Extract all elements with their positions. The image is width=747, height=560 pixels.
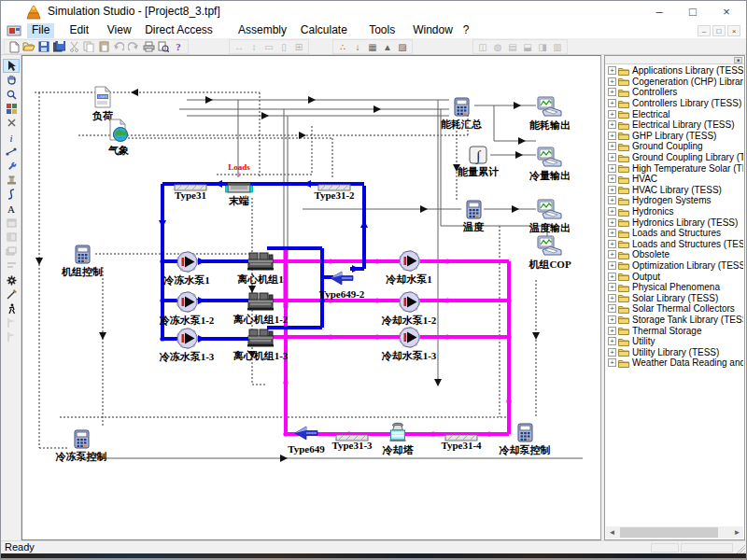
maximize-button[interactable]: □ <box>677 1 709 22</box>
print-icon[interactable] <box>141 40 156 53</box>
expand-icon[interactable]: + <box>608 337 616 345</box>
component-pump-icon[interactable] <box>176 328 198 353</box>
pan-tool-icon[interactable] <box>3 73 20 87</box>
print-preview-icon[interactable] <box>156 40 171 53</box>
new-file-icon[interactable] <box>7 40 21 53</box>
redo-icon[interactable] <box>126 40 141 53</box>
expand-icon[interactable]: + <box>608 207 616 216</box>
zoom-page-icon[interactable]: ▭ <box>261 40 276 53</box>
component-pump-icon[interactable] <box>399 327 420 352</box>
zoom-tool-icon[interactable] <box>3 88 20 102</box>
window-b-icon[interactable] <box>3 231 20 245</box>
zoom-grid-icon[interactable]: ⊞ <box>291 40 306 53</box>
expand-icon[interactable]: + <box>608 261 616 270</box>
menu-tools[interactable]: Tools <box>364 23 400 38</box>
expand-icon[interactable]: + <box>608 196 616 204</box>
expand-icon[interactable]: + <box>608 164 616 173</box>
expand-icon[interactable]: + <box>608 153 616 161</box>
settings-gear-icon[interactable] <box>3 273 20 287</box>
component-pump-icon[interactable] <box>399 291 420 316</box>
expand-icon[interactable]: + <box>608 283 616 291</box>
paste-icon[interactable] <box>96 40 111 53</box>
expand-icon[interactable]: + <box>608 240 616 248</box>
expand-icon[interactable]: + <box>608 142 616 150</box>
align-icon[interactable] <box>3 259 20 273</box>
component-plotter-icon[interactable] <box>537 235 563 260</box>
save-all-icon[interactable] <box>51 40 66 53</box>
resize-grip[interactable] <box>736 544 745 553</box>
open-file-icon[interactable] <box>21 40 36 53</box>
expand-icon[interactable]: + <box>608 88 616 96</box>
menu-assembly[interactable]: Assembly <box>233 23 291 38</box>
component-plotter-icon[interactable] <box>537 199 563 224</box>
zoom-full-icon[interactable]: ▯ <box>276 40 291 53</box>
menu-edit[interactable]: Edit <box>64 23 93 38</box>
run-icon[interactable] <box>3 301 20 315</box>
expand-icon[interactable]: + <box>608 348 616 357</box>
grid-view-icon[interactable]: ▦ <box>365 40 380 53</box>
scroll-left-icon[interactable]: ◄ <box>606 526 618 539</box>
window-tile-icon[interactable]: ◍ <box>490 40 505 53</box>
fit-height-icon[interactable]: ↕ <box>247 40 261 53</box>
expand-icon[interactable]: + <box>608 175 616 183</box>
project-canvas[interactable]: USER负荷气象Type31末端Type31-2冷冻水泵1离心机组1Type64… <box>21 55 601 540</box>
doc-minimize-button[interactable]: – <box>698 25 711 36</box>
menu-direct-access[interactable]: Direct Access <box>140 23 218 38</box>
layers-icon[interactable] <box>3 245 20 259</box>
expand-icon[interactable]: + <box>608 304 616 313</box>
minimize-button[interactable]: – <box>643 1 675 22</box>
component-pump-icon[interactable] <box>176 251 198 276</box>
tree-item[interactable]: +Weather Data Reading and Process <box>606 357 743 369</box>
component-pump-icon[interactable] <box>176 291 198 316</box>
panel-close-icon[interactable]: ■ <box>734 57 742 63</box>
window-a-icon[interactable] <box>3 216 20 230</box>
scroll-right-icon[interactable]: ► <box>731 526 743 539</box>
expand-icon[interactable]: + <box>608 110 616 119</box>
menu-calculate[interactable]: Calculate <box>296 23 352 38</box>
component-plotter-icon[interactable] <box>537 147 563 172</box>
flag-a-icon[interactable] <box>3 315 20 329</box>
signal-tool-icon[interactable] <box>3 188 20 202</box>
expand-icon[interactable]: + <box>608 294 616 302</box>
window-arrange-icon[interactable]: ▤ <box>505 40 520 53</box>
expand-icon[interactable]: + <box>608 315 616 324</box>
info-tool-icon[interactable]: i <box>3 131 20 145</box>
expand-icon[interactable]: + <box>608 77 616 86</box>
component-tool-icon[interactable]: ▲ <box>380 40 395 53</box>
expand-icon[interactable]: + <box>608 218 616 227</box>
copy-icon[interactable] <box>81 40 96 53</box>
draw-line-icon[interactable] <box>3 287 20 301</box>
menu-view[interactable]: View <box>103 23 136 38</box>
insert-down-icon[interactable]: ↓ <box>350 40 365 53</box>
component-plotter-icon[interactable] <box>537 96 563 121</box>
expand-icon[interactable]: + <box>608 327 616 335</box>
expand-icon[interactable]: + <box>608 120 616 129</box>
expand-icon[interactable]: + <box>608 66 616 75</box>
plot-tool-icon[interactable]: ▨ <box>395 40 410 53</box>
window-cascade-icon[interactable]: ◫ <box>475 40 490 53</box>
doc-restore-button[interactable]: □ <box>712 25 726 36</box>
parameter-tool-icon[interactable] <box>3 159 20 173</box>
text-tool-icon[interactable]: A <box>3 202 20 216</box>
scrollbar-thumb[interactable] <box>620 527 718 538</box>
fit-width-icon[interactable]: ↔ <box>232 40 247 53</box>
stamp-tool-icon[interactable] <box>3 173 20 187</box>
close-button[interactable]: × <box>711 1 742 22</box>
expand-icon[interactable]: + <box>608 273 616 281</box>
expand-icon[interactable]: + <box>608 99 616 107</box>
help-about-icon[interactable]: ? <box>171 40 186 53</box>
flag-b-icon[interactable] <box>3 330 20 344</box>
component-pump-icon[interactable] <box>399 250 420 275</box>
component-file-user-icon[interactable]: USER <box>93 86 112 112</box>
expand-icon[interactable]: + <box>608 250 616 259</box>
menu-window[interactable]: Window <box>408 23 458 38</box>
doc-close-button[interactable]: × <box>727 25 740 36</box>
component-file-globe-icon[interactable] <box>108 119 129 147</box>
menu-file[interactable]: File <box>27 23 54 38</box>
layer-3-icon[interactable]: ▥ <box>550 40 565 53</box>
expand-icon[interactable]: + <box>608 186 616 194</box>
select-tool-icon[interactable] <box>3 59 20 73</box>
delete-tool-icon[interactable] <box>3 116 20 130</box>
link-tool-icon[interactable] <box>3 145 20 159</box>
cut-icon[interactable] <box>66 40 81 53</box>
